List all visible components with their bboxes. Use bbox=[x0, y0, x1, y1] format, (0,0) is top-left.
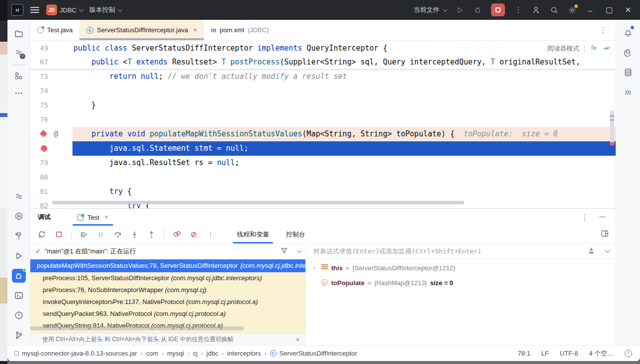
line-number[interactable]: 76 bbox=[30, 113, 48, 127]
main-menu-icon[interactable] bbox=[30, 7, 39, 13]
no-problems-check-icon[interactable] bbox=[603, 44, 611, 53]
gutter[interactable]: 73 bbox=[30, 69, 72, 84]
stack-frame[interactable]: preProcess:105, ServerStatusDiffIntercep… bbox=[30, 272, 305, 284]
debug-icon[interactable] bbox=[473, 5, 482, 14]
view-breakpoints-icon[interactable] bbox=[172, 230, 181, 239]
build-hammer-icon[interactable] bbox=[12, 229, 26, 243]
line-number[interactable]: 74 bbox=[30, 84, 48, 98]
code-line[interactable]: 80 bbox=[30, 170, 616, 184]
code-line[interactable]: ✓@ private void populateMapWithSessionSt… bbox=[30, 127, 616, 141]
git-branch-icon[interactable] bbox=[12, 328, 26, 342]
window-close-button[interactable]: ✕ bbox=[623, 5, 633, 14]
gutter[interactable]: 49 bbox=[30, 41, 72, 55]
line-number[interactable]: 81 bbox=[30, 184, 48, 199]
stack-frame[interactable]: invokeQueryInterceptorsPre:1137, NativeP… bbox=[30, 296, 305, 308]
code-line[interactable]: 79 java.sql.ResultSet rs = null; bbox=[30, 156, 616, 170]
add-watch-icon[interactable] bbox=[587, 246, 595, 256]
endpoints-squiggle-icon[interactable] bbox=[12, 189, 26, 203]
help-squiggle-icon[interactable]: ? bbox=[12, 46, 26, 60]
code-text[interactable]: java.sql.Statement stmt = null; bbox=[72, 141, 616, 156]
breadcrumb-item[interactable]: jdbc bbox=[207, 350, 218, 357]
stop-button[interactable] bbox=[491, 3, 505, 16]
code-line[interactable]: 67 public <T extends Resultset> T postPr… bbox=[30, 55, 616, 69]
code-text[interactable] bbox=[72, 113, 616, 127]
debug-options-icon[interactable]: ⋮ bbox=[581, 213, 588, 222]
database-icon[interactable] bbox=[621, 65, 635, 79]
reader-mode-link[interactable]: 阅读器模式 bbox=[547, 44, 579, 53]
breadcrumb-item[interactable]: com bbox=[146, 350, 158, 357]
gutter[interactable]: ✓ bbox=[30, 141, 72, 156]
intellij-app-icon[interactable]: IJ bbox=[11, 4, 23, 16]
line-number[interactable]: 73 bbox=[30, 69, 48, 84]
project-folder-icon[interactable] bbox=[12, 27, 26, 41]
code-editor[interactable]: 49public class ServerStatusDiffIntercept… bbox=[30, 41, 616, 208]
filter-funnel-icon[interactable] bbox=[281, 247, 288, 256]
code-text[interactable]: private void populateMapWithSessionStatu… bbox=[72, 127, 616, 141]
stack-frame[interactable]: sendQueryPacket:963, NativeProtocol (com… bbox=[30, 308, 305, 320]
tab-pom-xml[interactable]: m pom.xml (JDBC) bbox=[204, 20, 276, 40]
gutter[interactable]: 75 bbox=[30, 98, 72, 113]
line-number[interactable]: 67 bbox=[30, 55, 48, 69]
mute-breakpoints-icon[interactable] bbox=[189, 230, 198, 239]
gutter[interactable]: 74 bbox=[30, 84, 72, 98]
thread-selector[interactable]: ✓ "main"@1 在组"main": 正在运行 bbox=[30, 244, 305, 259]
indent-setting[interactable]: 4 个空… bbox=[589, 349, 614, 358]
variable-row-topopulate[interactable]: p toPopulate = {HashMap@1213} size = 0 bbox=[306, 277, 616, 289]
terminal-icon[interactable] bbox=[12, 289, 26, 303]
gutter[interactable]: 79 bbox=[30, 156, 72, 170]
notifications-bell-icon[interactable] bbox=[621, 26, 635, 40]
breadcrumb-item[interactable]: mysql-connector-java-8.0.13-sources.jar bbox=[14, 350, 137, 357]
gutter[interactable]: 80 bbox=[30, 170, 72, 184]
tab-test-java[interactable]: Test.java bbox=[30, 20, 79, 40]
line-number[interactable]: 82 bbox=[30, 199, 48, 208]
tab-options-icon[interactable]: ⋮ bbox=[599, 26, 616, 35]
step-into-icon[interactable] bbox=[130, 230, 139, 239]
breadcrumb-item[interactable]: interceptors bbox=[227, 350, 261, 357]
code-text[interactable]: } bbox=[72, 98, 616, 113]
structure-icon[interactable] bbox=[12, 68, 26, 82]
code-text[interactable]: public <T extends Resultset> T postProce… bbox=[72, 55, 616, 69]
tab-serverstatusdiffinterceptor[interactable]: C ServerStatusDiffInterceptor.java × bbox=[79, 20, 204, 40]
code-line[interactable]: 74 bbox=[30, 84, 616, 98]
chevron-down-icon[interactable] bbox=[297, 248, 302, 253]
gutter[interactable]: 76 bbox=[30, 113, 72, 127]
code-line[interactable]: 76 bbox=[30, 113, 616, 127]
stop-icon[interactable] bbox=[54, 230, 63, 239]
window-minimize-button[interactable]: – bbox=[585, 6, 595, 14]
frames-horizontal-scrollbar[interactable] bbox=[30, 326, 244, 330]
editor-horizontal-scrollbar[interactable] bbox=[52, 201, 464, 204]
run-configuration-selector[interactable]: 当前文件 bbox=[414, 5, 446, 14]
file-encoding[interactable]: UTF-8 bbox=[560, 350, 578, 357]
stack-frame[interactable]: populateMapWithSessionStatusValues:78, S… bbox=[30, 259, 305, 272]
inspections-info-icon[interactable]: ! bbox=[625, 350, 632, 357]
close-session-icon[interactable]: × bbox=[105, 214, 108, 221]
code-text[interactable] bbox=[72, 170, 616, 184]
close-tab-icon[interactable]: × bbox=[194, 27, 197, 34]
gutter[interactable]: ✓@ bbox=[30, 127, 72, 141]
line-number[interactable]: 80 bbox=[30, 170, 48, 184]
settings-gear-icon[interactable] bbox=[568, 5, 576, 14]
search-icon[interactable] bbox=[550, 5, 559, 14]
project-widget[interactable]: JD JDBC bbox=[46, 4, 82, 15]
services-icon[interactable] bbox=[12, 209, 26, 223]
code-text[interactable] bbox=[72, 84, 616, 98]
code-text[interactable]: public class ServerStatusDiffInterceptor… bbox=[72, 41, 616, 55]
code-line[interactable]: 75 } bbox=[30, 98, 616, 113]
gutter[interactable]: 67 bbox=[30, 55, 72, 69]
breadcrumb-item[interactable]: cj bbox=[193, 350, 197, 357]
annotation-gutter-icon[interactable]: @ bbox=[54, 127, 58, 141]
run-tool-icon[interactable] bbox=[12, 249, 26, 263]
stack-frame[interactable]: preProcess:76, NoSubInterceptorWrapper (… bbox=[30, 284, 305, 296]
breadcrumb-item[interactable]: mysql bbox=[167, 350, 184, 357]
line-number[interactable]: 79 bbox=[30, 156, 48, 170]
chevron-down-icon[interactable] bbox=[605, 248, 610, 253]
breadcrumb-item[interactable]: CServerStatusDiffInterceptor bbox=[270, 350, 357, 357]
caret-position[interactable]: 78:1 bbox=[518, 350, 530, 357]
vcs-menu[interactable]: 版本控制 bbox=[89, 5, 121, 14]
gutter[interactable]: 81 bbox=[30, 184, 72, 199]
rerun-icon[interactable] bbox=[37, 230, 46, 239]
watch-input[interactable]: 对表达式求值(Enter)或添加监视(Ctrl+Shift+Enter) bbox=[306, 244, 616, 259]
code-line[interactable]: 73 return null; // we don't actually mod… bbox=[30, 69, 616, 84]
debug-tool-icon-active[interactable] bbox=[12, 269, 26, 283]
debug-session-tab[interactable]: Test × bbox=[71, 209, 114, 226]
